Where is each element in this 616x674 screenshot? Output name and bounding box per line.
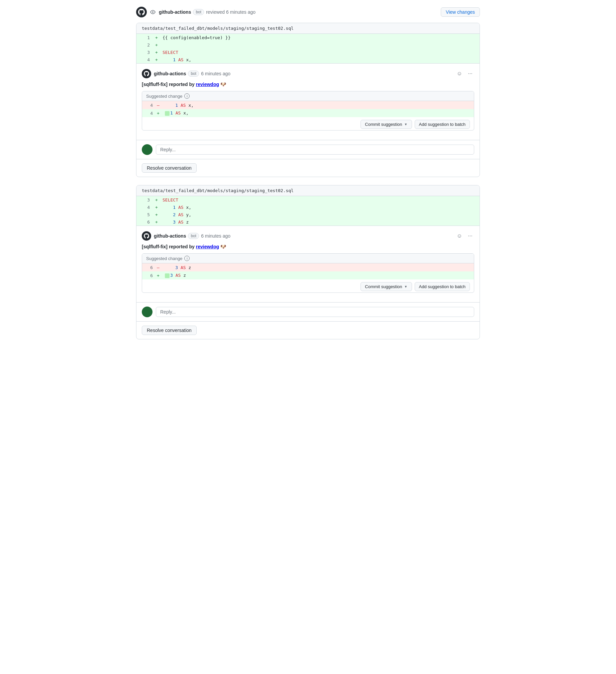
emoji-button-2[interactable]: ☺ bbox=[455, 232, 464, 240]
reviewdog-link-1[interactable]: reviewdog bbox=[196, 82, 219, 87]
suggestion-removed-line-1: 4 – 1 AS x, bbox=[142, 101, 474, 109]
commenter-avatar-2 bbox=[142, 231, 151, 241]
more-options-button-2[interactable]: ··· bbox=[466, 232, 474, 240]
comment-block-2: github-actions bot 6 minutes ago ☺ ··· [… bbox=[136, 226, 480, 302]
comment-timestamp-1: 6 minutes ago bbox=[201, 71, 230, 76]
comment-timestamp-2: 6 minutes ago bbox=[201, 233, 230, 239]
suggestion-added-line-1: 4 + 1 AS x, bbox=[142, 109, 474, 117]
more-options-button-1[interactable]: ··· bbox=[466, 70, 474, 78]
suggested-change-box-2: Suggested change i 6 – 3 AS z 6 + 3 AS z bbox=[142, 253, 474, 293]
suggestion-actions-2: Commit suggestion ▼ Add suggestion to ba… bbox=[142, 279, 474, 292]
comment-username-1: github-actions bbox=[154, 71, 186, 76]
comment-meta-1: github-actions bot 6 minutes ago bbox=[154, 71, 453, 77]
commenter-avatar-1 bbox=[142, 69, 151, 78]
reviewdog-link-2[interactable]: reviewdog bbox=[196, 244, 219, 249]
suggestion-diff-2: 6 – 3 AS z 6 + 3 AS z bbox=[142, 263, 474, 279]
diff-line: 5 + 2 AS y, bbox=[136, 211, 480, 218]
comment-badge-2: bot bbox=[188, 233, 199, 239]
diff-line: 1 + {{ config(enabled=true) }} bbox=[136, 34, 480, 41]
comment-title-tag-2: [sqlfluff-fix] bbox=[142, 244, 168, 249]
review-timestamp: reviewed 6 minutes ago bbox=[206, 9, 255, 15]
diff-block-1: 1 + {{ config(enabled=true) }} 2 + 3 + S… bbox=[136, 34, 480, 63]
eye-icon bbox=[149, 9, 156, 15]
reply-avatar-1 bbox=[142, 144, 152, 155]
suggestion-diff-1: 4 – 1 AS x, 4 + 1 AS x, bbox=[142, 101, 474, 117]
view-changes-button[interactable]: View changes bbox=[441, 7, 480, 17]
suggestion-removed-line-2: 6 – 3 AS z bbox=[142, 263, 474, 271]
suggestion-actions-1: Commit suggestion ▼ Add suggestion to ba… bbox=[142, 117, 474, 130]
file-path-1: testdata/test_failed_dbt/models/staging/… bbox=[136, 23, 480, 34]
add-to-batch-button-2[interactable]: Add suggestion to batch bbox=[415, 282, 470, 291]
comment-block-1: github-actions bot 6 minutes ago ☺ ··· [… bbox=[136, 63, 480, 140]
reviewer-username: github-actions bbox=[159, 9, 191, 15]
info-icon-1: i bbox=[184, 93, 190, 99]
reply-input-2[interactable]: Reply... bbox=[156, 307, 474, 317]
comment-body-1: [sqlfluff-fix] reported by reviewdog 🐶 bbox=[142, 82, 474, 87]
reply-input-1[interactable]: Reply... bbox=[156, 145, 474, 155]
comment-badge-1: bot bbox=[188, 71, 199, 77]
review-header: github-actions bot reviewed 6 minutes ag… bbox=[136, 7, 480, 17]
info-icon-2: i bbox=[184, 256, 190, 261]
resolve-area-2: Resolve conversation bbox=[136, 321, 480, 339]
reply-avatar-2 bbox=[142, 307, 152, 317]
reply-area-1: Reply... bbox=[136, 140, 480, 159]
reply-area-2: Reply... bbox=[136, 302, 480, 321]
suggested-change-header-2: Suggested change i bbox=[142, 254, 474, 263]
suggestion-added-line-2: 6 + 3 AS z bbox=[142, 271, 474, 279]
conversation-block-1: testdata/test_failed_dbt/models/staging/… bbox=[136, 23, 480, 177]
resolve-area-1: Resolve conversation bbox=[136, 159, 480, 177]
comment-body-2: [sqlfluff-fix] reported by reviewdog 🐶 bbox=[142, 244, 474, 249]
diff-line: 4 + 1 AS x, bbox=[136, 56, 480, 63]
review-header-text: github-actions bot reviewed 6 minutes ag… bbox=[159, 9, 438, 15]
comment-header-1: github-actions bot 6 minutes ago ☺ ··· bbox=[142, 69, 474, 78]
diff-line: 6 + 3 AS z bbox=[136, 218, 480, 226]
commit-suggestion-button-2[interactable]: Commit suggestion ▼ bbox=[361, 282, 412, 291]
comment-title-tag-1: [sqlfluff-fix] bbox=[142, 82, 168, 87]
comment-actions-2: ☺ ··· bbox=[455, 232, 474, 240]
commit-suggestion-button-1[interactable]: Commit suggestion ▼ bbox=[361, 120, 412, 129]
diff-line: 2 + bbox=[136, 41, 480, 49]
comment-meta-2: github-actions bot 6 minutes ago bbox=[154, 233, 453, 239]
bot-badge: bot bbox=[193, 9, 204, 15]
diff-block-2: 3 + SELECT 4 + 1 AS x, 5 + 2 AS y, 6 + 3… bbox=[136, 196, 480, 226]
diff-line: 3 + SELECT bbox=[136, 196, 480, 203]
diff-line: 3 + SELECT bbox=[136, 49, 480, 56]
suggested-change-header-1: Suggested change i bbox=[142, 91, 474, 101]
github-logo bbox=[136, 7, 147, 17]
conversation-block-2: testdata/test_failed_dbt/models/staging/… bbox=[136, 185, 480, 339]
emoji-button-1[interactable]: ☺ bbox=[455, 70, 464, 78]
add-to-batch-button-1[interactable]: Add suggestion to batch bbox=[415, 120, 470, 129]
comment-actions-1: ☺ ··· bbox=[455, 70, 474, 78]
comment-header-2: github-actions bot 6 minutes ago ☺ ··· bbox=[142, 231, 474, 241]
file-path-2: testdata/test_failed_dbt/models/staging/… bbox=[136, 185, 480, 196]
diff-line: 4 + 1 AS x, bbox=[136, 203, 480, 211]
suggested-change-box-1: Suggested change i 4 – 1 AS x, 4 + 1 AS … bbox=[142, 91, 474, 131]
resolve-button-2[interactable]: Resolve conversation bbox=[142, 326, 197, 335]
resolve-button-1[interactable]: Resolve conversation bbox=[142, 163, 197, 173]
comment-username-2: github-actions bbox=[154, 233, 186, 239]
